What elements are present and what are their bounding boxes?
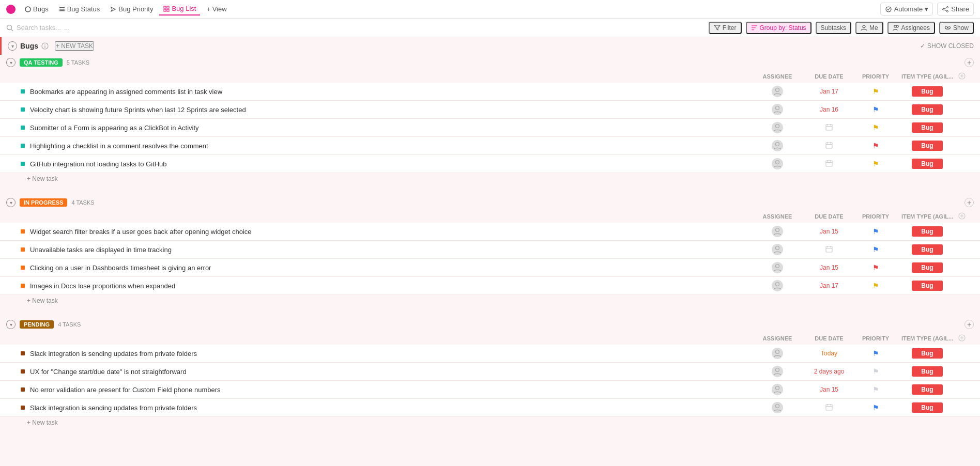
pending-add-icon[interactable]: +	[964, 320, 974, 329]
task-name: GitHub integration not loading tasks to …	[30, 160, 752, 168]
qa-collapse-icon[interactable]: ▾	[6, 58, 16, 67]
priority-flag-icon: ⚑	[872, 105, 879, 114]
table-row[interactable]: Velocity chart is showing future Sprints…	[0, 101, 980, 119]
nav-bugs[interactable]: Bugs	[21, 3, 53, 15]
avatar	[772, 226, 783, 237]
avatar-icon	[773, 245, 782, 254]
share-button[interactable]: Share	[937, 3, 974, 15]
svg-rect-6	[164, 9, 166, 11]
assignee-cell	[752, 366, 803, 377]
table-row[interactable]: Clicking on a user in Dashboards timeshe…	[0, 259, 980, 277]
item-type-cell: Bug	[896, 384, 958, 395]
qa-badge: QA TESTING	[20, 58, 63, 67]
item-type-cell: Bug	[896, 141, 958, 151]
svg-point-61	[776, 368, 779, 372]
due-date-cell: Jan 15	[803, 386, 855, 393]
settings-icon[interactable]	[958, 212, 966, 220]
bugs-collapse-icon[interactable]: ▾	[8, 41, 17, 51]
svg-point-41	[776, 161, 779, 164]
task-name: Velocity chart is showing future Sprints…	[30, 106, 752, 114]
priority-cell: ⚑	[855, 385, 896, 394]
group-icon	[751, 24, 758, 31]
due-date-cell	[803, 403, 855, 412]
avatar-icon	[773, 263, 782, 272]
svg-point-56	[776, 283, 779, 286]
table-row[interactable]: Slack integration is sending updates fro…	[0, 345, 980, 363]
nav-add-view[interactable]: + View	[202, 3, 231, 15]
automate-button[interactable]: Automate ▾	[880, 3, 933, 15]
svg-point-11	[947, 10, 948, 12]
task-status-dot	[21, 247, 25, 252]
table-row[interactable]: No error validation are present for Cust…	[0, 381, 980, 399]
task-name: No error validation are present for Cust…	[30, 386, 752, 394]
priority-cell: ⚑	[855, 123, 896, 132]
priority-cell: ⚑	[855, 105, 896, 114]
priority-cell: ⚑	[855, 245, 896, 254]
svg-line-12	[944, 8, 947, 9]
search-wrap[interactable]: Search tasks... ...	[6, 24, 70, 32]
me-button[interactable]: Me	[855, 22, 883, 34]
qa-add-icon[interactable]: +	[964, 58, 974, 67]
item-type-cell: Bug	[896, 281, 958, 291]
task-status-dot	[21, 229, 25, 234]
table-row[interactable]: GitHub integration not loading tasks to …	[0, 155, 980, 173]
table-row[interactable]: Images in Docs lose proportions when exp…	[0, 277, 980, 295]
qa-task-count: 5 TASKS	[67, 59, 89, 66]
subtasks-button[interactable]: Subtasks	[816, 22, 851, 34]
priority-flag-icon: ⚑	[872, 160, 879, 168]
qa-new-task-row[interactable]: + New task	[0, 173, 980, 184]
table-row[interactable]: UX for "Change start/due date" is not st…	[0, 363, 980, 381]
table-row[interactable]: Unavailable tasks are displayed in time …	[0, 241, 980, 259]
filter-button[interactable]: Filter	[709, 22, 742, 34]
show-closed-button[interactable]: ✓ SHOW CLOSED	[920, 42, 974, 50]
avatar	[772, 366, 783, 377]
show-button[interactable]: Show	[939, 22, 974, 34]
table-row[interactable]: Highlighting a checklist in a comment re…	[0, 137, 980, 155]
calendar-icon	[825, 403, 833, 411]
group-by-button[interactable]: Group by: Status	[746, 22, 811, 34]
priority-flag-icon: ⚑	[872, 245, 879, 254]
settings-icon[interactable]	[958, 72, 966, 80]
table-row[interactable]: Submitter of a Form is appearing as a Cl…	[0, 119, 980, 137]
inprogress-task-count: 4 TASKS	[71, 199, 94, 206]
assignees-button[interactable]: Assignees	[887, 22, 935, 34]
inprogress-add-icon[interactable]: +	[964, 198, 974, 207]
search-icon	[6, 24, 13, 32]
assignee-cell	[752, 226, 803, 237]
nav-bug-list[interactable]: Bug List	[159, 3, 200, 15]
inprogress-collapse-icon[interactable]: ▾	[6, 198, 16, 207]
svg-point-23	[947, 27, 948, 28]
nav-bug-priority[interactable]: Bug Priority	[106, 3, 157, 15]
avatar-icon	[773, 282, 782, 290]
task-name: Slack integration is sending updates fro…	[30, 404, 752, 412]
svg-rect-16	[752, 25, 757, 26]
svg-point-63	[776, 405, 779, 408]
main-content: ▾ Bugs i + NEW TASK ✓ SHOW CLOSED ▾ QA T…	[0, 37, 980, 466]
bug-badge: Bug	[912, 402, 942, 413]
assignee-cell	[752, 262, 803, 273]
task-status-dot	[21, 266, 25, 270]
nav-bug-status[interactable]: Bug Status	[55, 3, 104, 15]
svg-point-55	[776, 265, 779, 268]
due-date-cell: Jan 15	[803, 264, 855, 271]
priority-flag-icon: ⚑	[872, 227, 879, 236]
svg-point-10	[943, 8, 944, 10]
table-row[interactable]: Bookmarks are appearing in assigned comm…	[0, 83, 980, 101]
bugs-section-header: ▾ Bugs i + NEW TASK ✓ SHOW CLOSED	[0, 37, 980, 55]
priority-cell: ⚑	[855, 403, 896, 412]
pending-collapse-icon[interactable]: ▾	[6, 320, 16, 329]
task-name: Bookmarks are appearing in assigned comm…	[30, 88, 752, 96]
inprogress-new-task-row[interactable]: + New task	[0, 295, 980, 306]
task-status-dot	[21, 406, 25, 410]
priority-flag-icon: ⚑	[872, 123, 879, 132]
item-type-cell: Bug	[896, 402, 958, 413]
table-row[interactable]: Slack integration is sending updates fro…	[0, 399, 980, 417]
new-task-button[interactable]: + NEW TASK	[55, 41, 94, 51]
task-name: Highlighting a checklist in a comment re…	[30, 142, 752, 150]
group-qa-header: ▾ QA TESTING 5 TASKS +	[0, 55, 980, 70]
due-date-cell: Jan 17	[803, 282, 855, 289]
pending-new-task-row[interactable]: + New task	[0, 417, 980, 428]
table-row[interactable]: Widget search filter breaks if a user go…	[0, 223, 980, 241]
item-type-cell: Bug	[896, 366, 958, 377]
settings-icon[interactable]	[958, 334, 966, 341]
